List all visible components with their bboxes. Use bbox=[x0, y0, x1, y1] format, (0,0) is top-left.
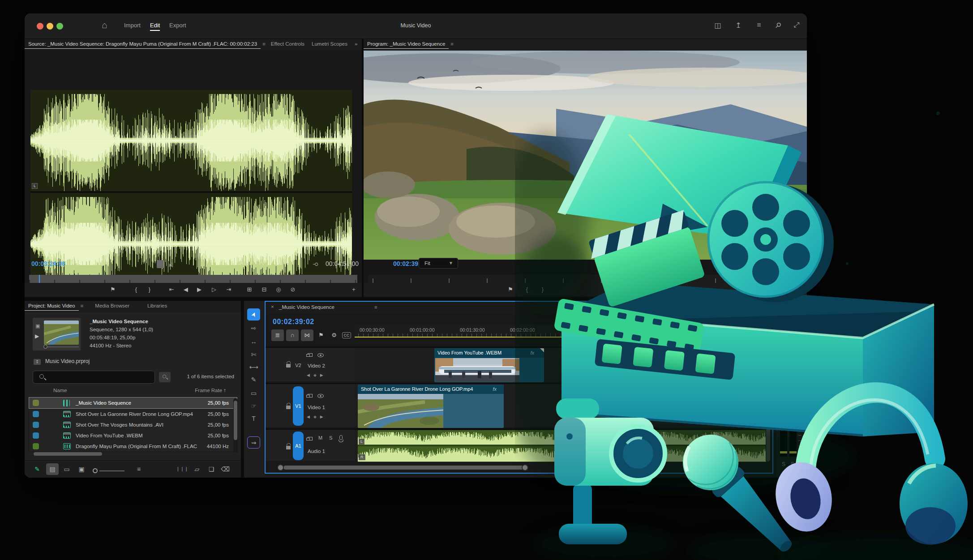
clip-shot-over-la-garonne[interactable]: Shot Over La Garonne River Drone Long GO… bbox=[358, 385, 504, 428]
track-name[interactable]: Video 2 bbox=[308, 363, 325, 368]
export-frame-button[interactable]: ◎ bbox=[273, 285, 284, 295]
go-to-in-button[interactable]: ⇤ bbox=[166, 285, 177, 295]
thumbnail-scrub-knob[interactable] bbox=[43, 345, 47, 349]
program-panel-menu-icon[interactable]: ≡ bbox=[449, 39, 455, 49]
go-to-out-button[interactable]: ⇥ bbox=[223, 285, 235, 295]
step-back-button[interactable]: ◀ bbox=[180, 285, 192, 295]
list-item[interactable]: Video From YouTube .WEBM25,00 fps bbox=[29, 430, 237, 441]
track-target-v1[interactable]: V1 bbox=[293, 386, 304, 426]
bin-breadcrumb[interactable]: ↥Music Video.prproj bbox=[34, 358, 90, 365]
mute-button[interactable]: M bbox=[318, 435, 322, 440]
scrollbar-handle-left[interactable] bbox=[277, 464, 284, 471]
pen-tool[interactable]: ✎ bbox=[247, 374, 260, 386]
play-preview-icon[interactable]: ▶ bbox=[35, 333, 39, 339]
thumbnail-scrub-bar[interactable] bbox=[44, 346, 79, 347]
track-v2-header[interactable]: V2 Video 2 ◀◆▶ bbox=[266, 348, 355, 381]
ripple-edit-tool[interactable]: ↔ bbox=[247, 336, 260, 348]
workspaces-icon[interactable]: ≡ bbox=[754, 21, 764, 29]
close-icon[interactable]: × bbox=[271, 304, 274, 309]
find-button[interactable] bbox=[159, 372, 171, 382]
source-time-ruler[interactable] bbox=[29, 275, 357, 284]
share-icon[interactable]: ↥ bbox=[733, 21, 744, 30]
hand-tool[interactable]: ☞ bbox=[247, 400, 260, 412]
source-panel-menu-icon[interactable]: ≡ bbox=[261, 39, 267, 49]
keyframe-nav[interactable]: ◀◆▶ bbox=[307, 373, 327, 377]
track-a1-header[interactable]: A1 M S Audio 1 bbox=[266, 430, 355, 461]
drag-disabled-icon[interactable]: ⊘ bbox=[287, 285, 299, 295]
label-chip[interactable] bbox=[33, 422, 39, 428]
search-input[interactable] bbox=[33, 371, 155, 384]
razor-tool[interactable]: ✄ bbox=[247, 349, 260, 361]
fullscreen-icon[interactable]: ⤢ bbox=[791, 21, 802, 29]
sync-lock-icon[interactable] bbox=[308, 394, 313, 398]
freeform-view-button[interactable]: ▣ bbox=[75, 463, 88, 475]
source-waveform-area[interactable]: L L R R bbox=[30, 90, 352, 295]
track-name[interactable]: Audio 1 bbox=[308, 449, 325, 454]
source-playhead[interactable] bbox=[39, 275, 40, 284]
list-item[interactable]: Shot Over La Garonne River Drone Long GO… bbox=[29, 409, 237, 419]
lock-icon[interactable] bbox=[286, 364, 291, 368]
remix-tool[interactable]: ⇝ bbox=[247, 436, 260, 449]
tab-lumetri-scopes[interactable]: Lumetri Scopes bbox=[308, 39, 351, 48]
panel-layout-icon[interactable]: ◫ bbox=[712, 21, 723, 30]
drag-audio-only-icon[interactable]: ⧣ bbox=[169, 261, 172, 268]
tab-sequence[interactable]: _Music Video Sequence bbox=[279, 304, 334, 310]
preview-thumbnail[interactable]: ▣ ▶ bbox=[33, 318, 81, 351]
tab-source[interactable]: Source: _Music Video Sequence: Dragonfly… bbox=[25, 39, 261, 49]
add-button[interactable]: + bbox=[348, 285, 360, 295]
timeline-settings-button[interactable]: ⚙ bbox=[328, 329, 340, 341]
overwrite-button[interactable]: ⊟ bbox=[258, 285, 270, 295]
step-forward-button[interactable]: ▷ bbox=[208, 285, 220, 295]
insert-button[interactable]: ⊞ bbox=[244, 285, 255, 295]
timeline-playhead-timecode[interactable]: 00:02:39:02 bbox=[273, 318, 314, 326]
list-vertical-scrollbar[interactable] bbox=[233, 398, 238, 452]
label-chip[interactable] bbox=[33, 400, 39, 406]
keyframe-nav[interactable]: ◀◆▶ bbox=[307, 415, 327, 419]
sync-lock-icon[interactable] bbox=[308, 437, 313, 440]
label-chip[interactable] bbox=[33, 443, 39, 449]
zoom-slider-track[interactable] bbox=[99, 470, 124, 471]
automate-to-sequence-button[interactable]: ❘❘❘ bbox=[176, 463, 189, 475]
lock-icon[interactable] bbox=[286, 446, 291, 449]
tab-project[interactable]: Project: Music Video bbox=[25, 301, 79, 311]
add-marker-button[interactable]: ⚑ bbox=[315, 329, 327, 341]
settings-wrench-icon[interactable]: ⚲ bbox=[313, 262, 319, 267]
toggle-track-output-icon[interactable] bbox=[317, 394, 324, 398]
list-item[interactable]: Dragonfly Mayu Puma (Original From M Cra… bbox=[29, 441, 237, 452]
tab-program[interactable]: Program: _Music Video Sequence bbox=[364, 39, 449, 49]
mark-in-button[interactable]: { bbox=[130, 285, 142, 295]
track-target-v2[interactable]: V2 bbox=[293, 359, 304, 372]
project-panel-menu-icon[interactable]: ≡ bbox=[79, 301, 86, 311]
track-name[interactable]: Video 1 bbox=[308, 405, 325, 410]
sort-icons-button[interactable]: ≡ bbox=[133, 463, 145, 475]
zoom-slider-knob[interactable] bbox=[93, 468, 98, 473]
new-bin-button[interactable]: ▱ bbox=[191, 463, 203, 475]
tab-libraries[interactable]: Libraries bbox=[144, 301, 171, 310]
captions-button[interactable]: CC bbox=[342, 332, 351, 338]
mark-out-button[interactable]: } bbox=[144, 285, 155, 295]
quick-export-icon[interactable]: ⚲ bbox=[772, 18, 785, 32]
delete-button[interactable]: ⌫ bbox=[219, 463, 231, 475]
list-item[interactable]: _Music Video Sequence25,00 fps bbox=[29, 398, 237, 408]
track-select-forward-tool[interactable]: ⇨ bbox=[247, 322, 260, 334]
tab-effect-controls[interactable]: Effect Controls bbox=[267, 39, 308, 48]
list-horizontal-scrollbar[interactable] bbox=[34, 452, 102, 456]
insert-overwrite-sequence-button[interactable]: ≣ bbox=[271, 329, 284, 341]
zoom-level-select[interactable]: Fit▼ bbox=[419, 258, 458, 269]
list-view-button[interactable]: ▤ bbox=[46, 463, 59, 475]
list-item[interactable]: Shot Over The Vosges Mountains .AVI25,00… bbox=[29, 419, 237, 430]
track-v1-header[interactable]: V1 Video 1 ◀◆▶ bbox=[266, 384, 355, 427]
navigate-up-icon[interactable]: ↥ bbox=[34, 359, 41, 365]
play-button[interactable]: ▶ bbox=[193, 285, 205, 295]
drag-video-only-icon[interactable] bbox=[157, 260, 164, 268]
solo-button[interactable]: S bbox=[329, 435, 332, 440]
toggle-track-output-icon[interactable] bbox=[317, 353, 324, 357]
sync-lock-icon[interactable] bbox=[308, 353, 313, 357]
timeline-panel-menu-icon[interactable]: ≡ bbox=[374, 304, 377, 310]
tab-media-browser[interactable]: Media Browser bbox=[91, 301, 133, 310]
track-target-a1[interactable]: A1 bbox=[293, 432, 304, 460]
label-chip[interactable] bbox=[33, 411, 39, 417]
rectangle-tool[interactable]: ▭ bbox=[247, 387, 260, 399]
selection-tool[interactable]: ➤ bbox=[247, 308, 260, 321]
snap-button[interactable]: ∩ bbox=[286, 329, 299, 341]
